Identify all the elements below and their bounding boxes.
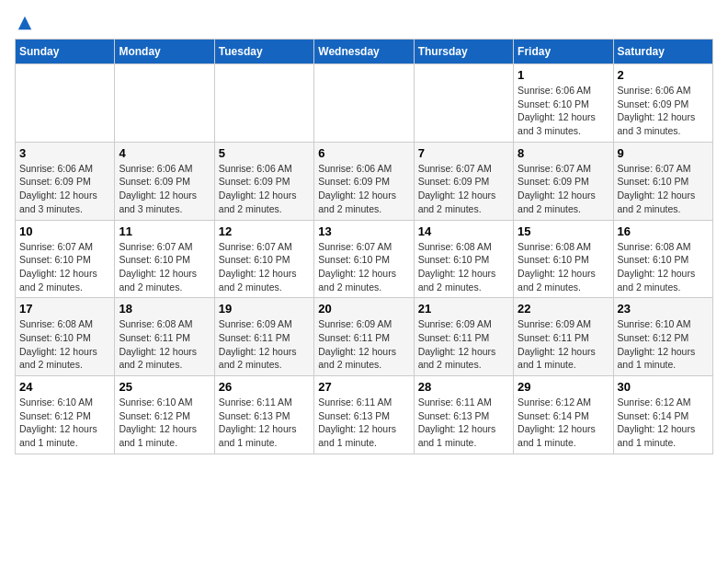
page-header: [15, 15, 713, 28]
day-number: 12: [219, 224, 310, 238]
day-info: Sunrise: 6:08 AM Sunset: 6:10 PM Dayligh…: [518, 240, 609, 294]
calendar-cell: [414, 64, 513, 143]
day-info: Sunrise: 6:06 AM Sunset: 6:09 PM Dayligh…: [19, 162, 110, 216]
calendar-cell: 4Sunrise: 6:06 AM Sunset: 6:09 PM Daylig…: [115, 142, 214, 220]
day-number: 30: [618, 380, 709, 394]
day-number: 13: [318, 224, 409, 238]
day-info: Sunrise: 6:11 AM Sunset: 6:13 PM Dayligh…: [219, 396, 310, 450]
day-number: 20: [318, 302, 409, 316]
day-info: Sunrise: 6:06 AM Sunset: 6:09 PM Dayligh…: [219, 162, 310, 216]
day-info: Sunrise: 6:07 AM Sunset: 6:10 PM Dayligh…: [618, 162, 709, 216]
day-number: 19: [219, 302, 310, 316]
day-info: Sunrise: 6:07 AM Sunset: 6:10 PM Dayligh…: [119, 240, 210, 294]
calendar-week-4: 17Sunrise: 6:08 AM Sunset: 6:10 PM Dayli…: [16, 298, 713, 376]
day-number: 3: [19, 146, 110, 160]
day-header-friday: Friday: [514, 40, 613, 64]
day-number: 5: [219, 146, 310, 160]
day-info: Sunrise: 6:11 AM Sunset: 6:13 PM Dayligh…: [318, 396, 409, 450]
day-info: Sunrise: 6:08 AM Sunset: 6:10 PM Dayligh…: [19, 317, 110, 372]
day-number: 22: [518, 302, 609, 316]
calendar-cell: 15Sunrise: 6:08 AM Sunset: 6:10 PM Dayli…: [514, 220, 613, 298]
day-info: Sunrise: 6:08 AM Sunset: 6:11 PM Dayligh…: [119, 317, 210, 372]
day-number: 17: [19, 302, 110, 316]
calendar-cell: [214, 64, 313, 143]
calendar-cell: 6Sunrise: 6:06 AM Sunset: 6:09 PM Daylig…: [314, 142, 414, 220]
day-info: Sunrise: 6:07 AM Sunset: 6:09 PM Dayligh…: [418, 162, 509, 216]
day-number: 7: [418, 146, 509, 160]
day-info: Sunrise: 6:06 AM Sunset: 6:09 PM Dayligh…: [318, 162, 409, 216]
day-info: Sunrise: 6:10 AM Sunset: 6:12 PM Dayligh…: [19, 396, 110, 450]
logo: [15, 15, 33, 28]
calendar-cell: 18Sunrise: 6:08 AM Sunset: 6:11 PM Dayli…: [115, 298, 214, 376]
day-number: 11: [119, 224, 210, 238]
calendar-cell: 23Sunrise: 6:10 AM Sunset: 6:12 PM Dayli…: [613, 298, 712, 376]
day-info: Sunrise: 6:07 AM Sunset: 6:10 PM Dayligh…: [19, 240, 110, 294]
calendar-cell: 7Sunrise: 6:07 AM Sunset: 6:09 PM Daylig…: [414, 142, 513, 220]
day-number: 6: [318, 146, 409, 160]
day-number: 18: [119, 302, 210, 316]
day-number: 10: [19, 224, 110, 238]
day-info: Sunrise: 6:10 AM Sunset: 6:12 PM Dayligh…: [119, 396, 210, 450]
svg-marker-0: [18, 17, 31, 29]
calendar-cell: 24Sunrise: 6:10 AM Sunset: 6:12 PM Dayli…: [16, 376, 115, 454]
day-info: Sunrise: 6:09 AM Sunset: 6:11 PM Dayligh…: [418, 317, 509, 372]
calendar-cell: [16, 64, 115, 143]
day-info: Sunrise: 6:06 AM Sunset: 6:09 PM Dayligh…: [618, 84, 709, 138]
calendar-cell: 25Sunrise: 6:10 AM Sunset: 6:12 PM Dayli…: [115, 376, 214, 454]
day-number: 15: [518, 224, 609, 238]
day-number: 24: [19, 380, 110, 394]
day-header-wednesday: Wednesday: [314, 40, 414, 64]
calendar-cell: 29Sunrise: 6:12 AM Sunset: 6:14 PM Dayli…: [514, 376, 613, 454]
calendar-cell: 22Sunrise: 6:09 AM Sunset: 6:11 PM Dayli…: [514, 298, 613, 376]
day-number: 25: [119, 380, 210, 394]
day-header-thursday: Thursday: [414, 40, 513, 64]
day-info: Sunrise: 6:07 AM Sunset: 6:09 PM Dayligh…: [518, 162, 609, 216]
calendar-cell: 5Sunrise: 6:06 AM Sunset: 6:09 PM Daylig…: [214, 142, 313, 220]
day-info: Sunrise: 6:12 AM Sunset: 6:14 PM Dayligh…: [618, 396, 709, 450]
calendar-cell: 26Sunrise: 6:11 AM Sunset: 6:13 PM Dayli…: [214, 376, 313, 454]
day-number: 2: [618, 68, 709, 82]
day-number: 27: [318, 380, 409, 394]
day-number: 29: [518, 380, 609, 394]
day-header-sunday: Sunday: [16, 40, 115, 64]
day-info: Sunrise: 6:06 AM Sunset: 6:09 PM Dayligh…: [119, 162, 210, 216]
calendar-cell: [115, 64, 214, 143]
calendar-cell: 8Sunrise: 6:07 AM Sunset: 6:09 PM Daylig…: [514, 142, 613, 220]
calendar-cell: 12Sunrise: 6:07 AM Sunset: 6:10 PM Dayli…: [214, 220, 313, 298]
day-number: 1: [518, 68, 609, 82]
day-info: Sunrise: 6:11 AM Sunset: 6:13 PM Dayligh…: [418, 396, 509, 450]
day-header-tuesday: Tuesday: [214, 40, 313, 64]
calendar-header-row: SundayMondayTuesdayWednesdayThursdayFrid…: [16, 40, 713, 64]
logo-icon: [17, 15, 33, 31]
day-info: Sunrise: 6:07 AM Sunset: 6:10 PM Dayligh…: [219, 240, 310, 294]
day-info: Sunrise: 6:08 AM Sunset: 6:10 PM Dayligh…: [618, 240, 709, 294]
day-number: 26: [219, 380, 310, 394]
calendar-week-1: 1Sunrise: 6:06 AM Sunset: 6:10 PM Daylig…: [16, 64, 713, 143]
day-info: Sunrise: 6:10 AM Sunset: 6:12 PM Dayligh…: [618, 317, 709, 372]
calendar-cell: 28Sunrise: 6:11 AM Sunset: 6:13 PM Dayli…: [414, 376, 513, 454]
day-info: Sunrise: 6:09 AM Sunset: 6:11 PM Dayligh…: [219, 317, 310, 372]
calendar-week-5: 24Sunrise: 6:10 AM Sunset: 6:12 PM Dayli…: [16, 376, 713, 454]
calendar-cell: 20Sunrise: 6:09 AM Sunset: 6:11 PM Dayli…: [314, 298, 414, 376]
calendar-cell: 14Sunrise: 6:08 AM Sunset: 6:10 PM Dayli…: [414, 220, 513, 298]
day-info: Sunrise: 6:09 AM Sunset: 6:11 PM Dayligh…: [518, 317, 609, 372]
day-info: Sunrise: 6:09 AM Sunset: 6:11 PM Dayligh…: [318, 317, 409, 372]
day-number: 8: [518, 146, 609, 160]
day-info: Sunrise: 6:08 AM Sunset: 6:10 PM Dayligh…: [418, 240, 509, 294]
day-info: Sunrise: 6:06 AM Sunset: 6:10 PM Dayligh…: [518, 84, 609, 138]
day-number: 28: [418, 380, 509, 394]
calendar-cell: 3Sunrise: 6:06 AM Sunset: 6:09 PM Daylig…: [16, 142, 115, 220]
calendar-cell: 1Sunrise: 6:06 AM Sunset: 6:10 PM Daylig…: [514, 64, 613, 143]
calendar-cell: 30Sunrise: 6:12 AM Sunset: 6:14 PM Dayli…: [613, 376, 712, 454]
calendar-cell: 27Sunrise: 6:11 AM Sunset: 6:13 PM Dayli…: [314, 376, 414, 454]
calendar-cell: 9Sunrise: 6:07 AM Sunset: 6:10 PM Daylig…: [613, 142, 712, 220]
calendar-week-3: 10Sunrise: 6:07 AM Sunset: 6:10 PM Dayli…: [16, 220, 713, 298]
calendar-cell: 13Sunrise: 6:07 AM Sunset: 6:10 PM Dayli…: [314, 220, 414, 298]
day-info: Sunrise: 6:07 AM Sunset: 6:10 PM Dayligh…: [318, 240, 409, 294]
calendar-cell: 2Sunrise: 6:06 AM Sunset: 6:09 PM Daylig…: [613, 64, 712, 143]
day-header-saturday: Saturday: [613, 40, 712, 64]
calendar-cell: 11Sunrise: 6:07 AM Sunset: 6:10 PM Dayli…: [115, 220, 214, 298]
day-number: 23: [618, 302, 709, 316]
day-number: 14: [418, 224, 509, 238]
calendar-cell: 17Sunrise: 6:08 AM Sunset: 6:10 PM Dayli…: [16, 298, 115, 376]
